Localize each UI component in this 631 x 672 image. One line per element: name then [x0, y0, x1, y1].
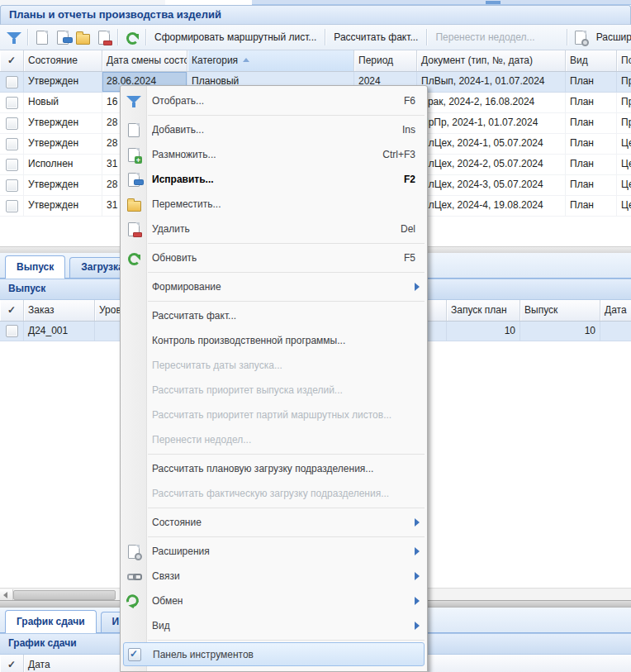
menu-item-ispravit[interactable]: Исправить...F2: [121, 167, 427, 192]
menu-item-prioritet-partiy: Рассчитать приоритет партий маршрутных л…: [121, 403, 427, 427]
row-checkbox[interactable]: [6, 117, 18, 130]
transfer-backlog-button: Перенести недодел...: [430, 31, 539, 43]
menu-item-shortcut: F2: [387, 174, 424, 185]
cell-dept: Пред: [617, 93, 631, 112]
toolbar-separator: [117, 29, 118, 45]
scrollbar-thumb[interactable]: [13, 590, 116, 600]
menu-item-dobavit[interactable]: Добавить...Ins: [121, 117, 427, 142]
menu-item-label: Перенести недодел...: [152, 434, 251, 446]
column-header-check[interactable]: ✓: [0, 50, 24, 71]
column-header-period[interactable]: Период: [354, 50, 417, 71]
menu-item-formirovanie[interactable]: Формирование: [121, 274, 427, 299]
menu-item-obnovit[interactable]: ОбновитьF5: [121, 245, 427, 270]
move-button[interactable]: [73, 27, 93, 47]
column-header-date[interactable]: Дата смены состояния: [102, 50, 187, 71]
row-checkbox[interactable]: [6, 138, 18, 150]
refresh-button[interactable]: [121, 27, 142, 47]
menu-item-label: Добавить...: [152, 124, 204, 136]
extensions-button-label[interactable]: Расширения: [591, 31, 631, 43]
menu-item-label: Контроль производственной программы...: [152, 335, 345, 346]
menu-separator: [148, 272, 425, 273]
column-header-check[interactable]: ✓: [0, 300, 24, 321]
cell-state: Утвержден: [24, 196, 102, 216]
cell-check: [0, 155, 24, 174]
submenu-arrow-icon: [415, 547, 420, 555]
submenu-arrow-icon: [415, 518, 420, 527]
menu-item-panel-instrumentov[interactable]: Панель инструментов: [123, 642, 425, 666]
cell-check: [0, 72, 24, 92]
menu-item-fakt-zagruzka: Рассчитать фактическую загрузку подразде…: [121, 481, 427, 506]
column-header-date[interactable]: Дата: [600, 300, 631, 321]
column-header-kind[interactable]: Вид: [566, 50, 617, 71]
add-button[interactable]: [31, 27, 52, 47]
menu-item-svyazi[interactable]: Связи: [121, 564, 427, 589]
column-header-state[interactable]: Состояние: [24, 50, 102, 71]
menu-item-label: Формирование: [152, 281, 221, 293]
menu-item-otobrat[interactable]: Отобрать...F6: [121, 88, 427, 113]
column-header-output[interactable]: Выпуск: [520, 300, 600, 321]
scroll-left-arrow-icon[interactable]: [0, 589, 13, 601]
cell-document: ПлЦех, 2024-2, 05.07.2024: [417, 155, 566, 174]
cell-state: Утвержден: [24, 113, 102, 133]
menu-item-icon-slot: [126, 647, 143, 662]
column-header-dept[interactable]: Подразделение: [617, 50, 631, 71]
cell-check: [0, 322, 24, 341]
column-header-check[interactable]: ✓: [0, 655, 24, 672]
cell-state: Утвержден: [24, 134, 102, 154]
menu-item-kontrol-programmy[interactable]: Контроль производственной программы...: [121, 328, 427, 353]
cell-dept: Цех: [617, 155, 631, 174]
tab-mid-active[interactable]: Выпуск: [5, 255, 65, 279]
menu-item-peremestit[interactable]: Переместить...: [121, 192, 427, 217]
menu-item-plan-zagruzka[interactable]: Рассчитать плановую загрузку подразделен…: [121, 456, 427, 481]
context-menu: Отобрать...F6Добавить...InsРазмножить...…: [120, 85, 428, 672]
menu-separator: [148, 243, 425, 244]
menu-item-label: Рассчитать фактическую загрузку подразде…: [152, 488, 389, 499]
delete-button[interactable]: [93, 27, 114, 47]
cell-document: ПлВып, 2024-1, 01.07.2024: [417, 72, 566, 92]
vypusk-panel-title: Выпуск: [8, 283, 45, 294]
cell-kind: План: [566, 134, 617, 154]
menu-item-label: Отобрать...: [152, 95, 204, 107]
menu-item-icon-slot: [126, 383, 142, 398]
cell-plan_start: 10: [447, 322, 520, 341]
new-document-icon: [128, 123, 140, 137]
row-checkbox[interactable]: [6, 179, 18, 192]
menu-item-vid[interactable]: Вид: [121, 613, 427, 638]
sort-asc-icon: [243, 58, 249, 62]
menu-item-icon-slot: [126, 333, 142, 348]
menu-item-label: Состояние: [152, 517, 202, 528]
column-header-date[interactable]: Дата: [24, 655, 123, 672]
row-checkbox[interactable]: [6, 325, 18, 337]
menu-item-rasshireniya[interactable]: Расширения: [121, 539, 427, 564]
menu-item-rasschitat-fakt[interactable]: Рассчитать факт...: [121, 303, 427, 328]
row-checkbox[interactable]: [6, 76, 18, 88]
menu-item-udalit[interactable]: УдалитьDel: [121, 217, 427, 241]
toolbar-separator: [426, 29, 427, 45]
menu-item-icon-slot: [126, 432, 142, 447]
form-route-list-button[interactable]: Сформировать маршрутный лист...: [149, 31, 321, 43]
menu-item-obmen[interactable]: Обмен: [121, 589, 427, 613]
column-header-order[interactable]: Заказ: [24, 300, 95, 321]
extensions-button[interactable]: [571, 27, 591, 47]
filter-button[interactable]: [3, 27, 24, 47]
menu-item-sostoyanie[interactable]: Состояние: [121, 510, 427, 535]
column-header-category[interactable]: Категория: [187, 50, 354, 71]
row-checkbox[interactable]: [6, 97, 18, 109]
checkbox-checked-icon[interactable]: [128, 648, 141, 661]
menu-item-icon-slot: [126, 407, 142, 422]
menu-item-shortcut: F6: [387, 95, 424, 107]
edit-document-icon: [128, 173, 140, 187]
tab-bottom-active[interactable]: График сдачи: [5, 610, 97, 633]
calc-fact-button[interactable]: Рассчитать факт...: [329, 31, 423, 43]
menu-item-icon-slot: [126, 593, 142, 608]
menu-item-label: Связи: [152, 570, 180, 582]
column-header-document[interactable]: Документ (тип, №, дата): [417, 50, 566, 71]
row-checkbox[interactable]: [6, 159, 18, 171]
edit-button[interactable]: [52, 27, 73, 47]
edit-document-icon: [57, 31, 69, 45]
column-header-plan_start[interactable]: Запуск план: [447, 300, 520, 321]
menu-item-razmnozhit[interactable]: Размножить...Ctrl+F3: [121, 142, 427, 167]
row-checkbox[interactable]: [6, 200, 18, 212]
cell-dept: Пред: [617, 72, 631, 92]
new-document-icon: [36, 31, 48, 45]
